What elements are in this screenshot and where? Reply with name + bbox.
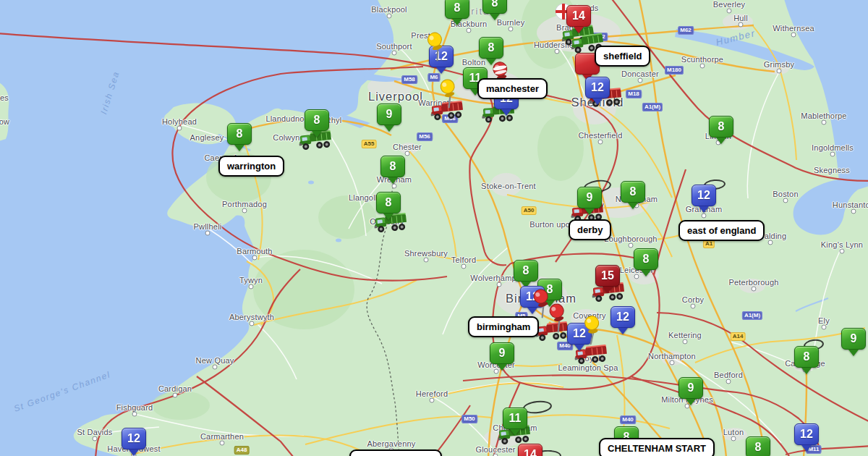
map-canvas[interactable] [0, 0, 868, 456]
map-app: BlackpoolSouthportPrestonBlackburnBurnle… [0, 0, 868, 456]
